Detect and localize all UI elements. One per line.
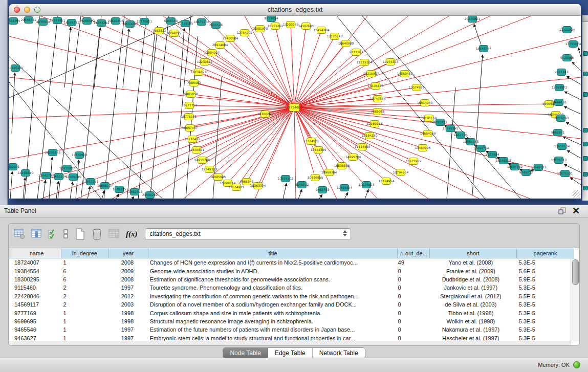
graph-node-label: 16648794 [476,47,492,50]
delete-table-button[interactable] [108,227,120,241]
background-network-window[interactable] [582,15,588,201]
memory-status-label: Memory: OK [538,362,570,368]
cell-out_degree: 0 [396,276,428,282]
graph-node-label: 16164230 [362,134,378,137]
table-panel: Table Panel ✕ [0,205,588,372]
zoom-window-icon[interactable] [34,7,40,13]
table-row[interactable]: 1938455462009Genome-wide association stu… [9,267,571,275]
table-options-button[interactable] [14,227,26,241]
graph-node-label: 7485088 [371,110,385,113]
cell-year: 2008 [107,276,147,282]
graph-node-label: 10074983 [409,85,425,89]
table-selector-dropdown[interactable]: citations_edges.txt [145,228,351,240]
close-panel-icon[interactable]: ✕ [572,205,580,217]
table-container: f(x) citations_edges.txt namein_degreeye… [8,223,580,346]
tab-edge-table[interactable]: Edge Table [268,348,313,358]
graph-node-label: 10924502 [278,177,294,180]
table-panel-header[interactable]: Table Panel ✕ [0,205,588,217]
window-resize-grip[interactable] [573,190,580,198]
tab-network-table[interactable]: Network Table [313,348,365,358]
table-row[interactable]: 2242004622012Investigating the contribut… [9,292,571,300]
cell-year: 1997 [107,285,147,291]
table-row[interactable]: 969969511998Structural magnetic resonanc… [9,317,571,325]
cell-short: Stergiakouli et al. (2012) [427,293,514,299]
vertical-scrollbar-thumb[interactable] [572,259,579,285]
column-header-pagerank[interactable]: pagerank [517,248,574,258]
memory-status-light-icon[interactable] [573,361,580,368]
cell-name: 19384554 [12,268,61,274]
background-graph-node [583,172,588,177]
cell-short: Hescheler et al. (1997) [427,335,514,341]
graph-node-label: 18549323 [202,167,217,171]
tab-node-table[interactable]: Node Table [223,348,268,358]
function-builder-button[interactable]: f(x) [126,227,138,241]
graph-node-label: 11675313 [551,158,567,162]
table-row[interactable]: 1456911722003Disruption of a novel membe… [9,300,571,309]
cell-name: 9465546 [12,326,61,333]
create-column-button[interactable] [75,227,85,241]
table-row[interactable]: 946362711997Embryonic stem cells: a mode… [9,334,571,341]
cell-pagerank: 5.6E-5 [514,268,571,274]
graph-node-label: 10747394 [370,97,386,100]
graph-node-label: 11451194 [51,174,67,178]
cell-name: 14569117 [12,301,61,308]
network-canvas[interactable]: 1872400720914094118040071223984119734693… [9,16,581,199]
table-panel-title: Table Panel [0,205,588,217]
graph-node-label: 10694952 [507,165,523,168]
graph-node-label: 9462793 [316,188,330,191]
network-window[interactable]: citations_edges.txt 18724007209140941180… [9,4,581,199]
cell-short: Dudbridge et al. (2008) [427,276,514,282]
column-header-name[interactable]: name [12,248,61,258]
graph-node-label: 9245012 [519,170,533,174]
graph-node-label: 7850061 [9,165,20,168]
column-header-out-de-[interactable]: △out_de... [398,248,430,258]
cell-pagerank: 5.3E-5 [514,326,571,333]
table-row[interactable]: 1872400712008Changes of HCN gene express… [9,258,571,267]
graph-node-label: 10494754 [473,146,489,150]
cell-in_degree: 6 [61,276,108,282]
table-row[interactable]: 1830029562008Estimation of significance … [9,275,571,283]
column-header-in-degree[interactable]: in_degree [61,248,108,258]
cell-pagerank: 5.3E-5 [514,318,571,324]
select-columns-button[interactable] [48,227,57,241]
dropdown-arrows-icon [343,230,347,236]
horizontal-scrollbar[interactable] [9,341,571,345]
cell-short: Wolkin et al. (1998) [427,318,514,324]
vertical-scrollbar[interactable] [571,258,579,341]
cell-pagerank: 5.9E-5 [514,276,571,282]
table-row[interactable]: 977716911998Corpus callosum shape and si… [9,309,571,317]
row-height-button[interactable] [63,227,69,241]
graph-node-label: 19593951 [50,18,66,22]
column-header-title[interactable]: title [148,248,398,258]
graph-node-label: 16719293 [553,116,569,120]
network-graph[interactable]: 1872400720914094118040071223984119734693… [9,16,581,199]
close-window-icon[interactable] [14,7,20,13]
column-header-year[interactable]: year [108,248,148,258]
column-header-label: pagerank [534,250,557,256]
float-panel-icon[interactable] [558,207,567,215]
minimize-window-icon[interactable] [24,7,30,13]
show-columns-button[interactable] [31,227,42,241]
graph-node-label: 11514469 [355,145,371,148]
graph-node-label: 16216412 [185,137,201,141]
table-header-row: namein_degreeyeartitle△out_de...shortpag… [9,248,579,258]
cell-out_degree: 0 [396,335,428,341]
cell-year: 1998 [107,318,147,324]
graph-node-label: 6466160 [164,19,178,23]
graph-node-label: 20526131 [9,66,23,70]
cell-title: Structural magnetic resonance image aver… [147,318,396,324]
network-window-titlebar[interactable]: citations_edges.txt [9,4,581,16]
graph-node-label: 12505185 [66,175,81,179]
cell-in_degree: 1 [61,259,108,266]
table-row[interactable]: 911546021997Tourette syndrome. Phenomeno… [9,283,571,292]
graph-node-label: 13454995 [415,146,431,149]
table-row[interactable]: 946554611997Estimation of the future num… [9,325,571,334]
column-header-short[interactable]: short [430,248,517,258]
graph-node-label: 13751074 [565,42,581,46]
cell-title: Tourette syndrome. Phenomenology and cla… [147,285,396,291]
cell-title: Embryonic stem cells: a model to study s… [147,335,396,341]
cell-pagerank: 5.3E-5 [514,259,571,266]
delete-column-button[interactable] [91,227,103,241]
cell-year: 1998 [107,310,147,316]
graph-node-label: 20914094 [212,43,228,47]
